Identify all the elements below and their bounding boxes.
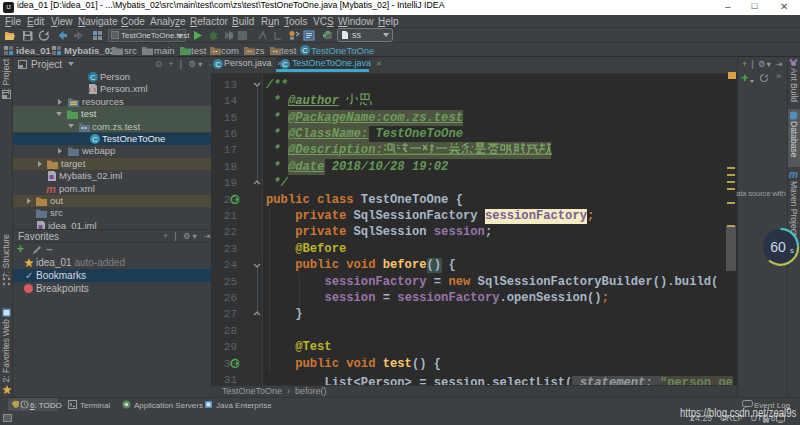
svg-text:C: C — [90, 73, 96, 82]
svg-text:60: 60 — [770, 239, 786, 255]
svg-text:s: s — [790, 246, 794, 255]
svg-text:C: C — [92, 135, 98, 144]
svg-text:C: C — [215, 60, 221, 69]
svg-text:C: C — [302, 46, 308, 55]
svg-text:C: C — [282, 60, 288, 69]
